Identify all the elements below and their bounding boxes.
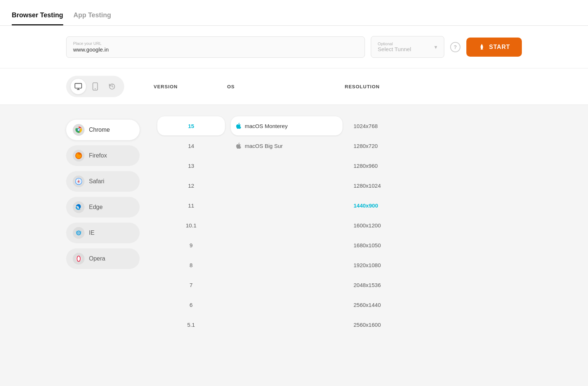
- ie-icon: [73, 227, 85, 239]
- resolution-item-1600x1200[interactable]: 1600x1200: [348, 216, 519, 235]
- ie-label: IE: [89, 230, 94, 236]
- desktop-icon: [74, 82, 82, 91]
- browser-item-ie[interactable]: IE: [66, 223, 140, 243]
- url-input[interactable]: Place your URL www.google.in: [66, 36, 365, 58]
- os-item-macos-big-sur[interactable]: macOS Big Sur: [231, 136, 343, 155]
- version-item-9[interactable]: 9: [157, 236, 225, 255]
- apple-os-icon: [236, 143, 241, 149]
- os-column: macOS Monterey macOS Big Sur: [228, 116, 345, 334]
- history-icon: [108, 83, 116, 90]
- tab-app-testing[interactable]: App Testing: [74, 11, 111, 25]
- version-item-7[interactable]: 7: [157, 275, 225, 294]
- mobile-device-button[interactable]: [87, 79, 103, 94]
- resolution-item-2560x1600[interactable]: 2560x1600: [348, 315, 519, 334]
- edge-browser-icon: [75, 203, 83, 211]
- resolution-item-2560x1440[interactable]: 2560x1440: [348, 295, 519, 314]
- browser-item-chrome[interactable]: Chrome: [66, 120, 140, 140]
- toolbar: Place your URL www.google.in Optional Se…: [0, 26, 588, 68]
- url-label: Place your URL: [73, 41, 358, 46]
- browser-item-safari[interactable]: Safari: [66, 171, 140, 192]
- os-item-macos-monterey[interactable]: macOS Monterey: [231, 116, 343, 135]
- device-row: VERSION OS RESOLUTION: [0, 68, 588, 105]
- svg-point-7: [78, 129, 80, 131]
- os-label: macOS Big Sur: [245, 143, 283, 149]
- svg-rect-1: [75, 84, 82, 88]
- version-item-6[interactable]: 6: [157, 295, 225, 314]
- firefox-browser-icon: [75, 152, 83, 160]
- opera-label: Opera: [89, 255, 105, 262]
- resolution-item-1280x720[interactable]: 1280x720: [348, 136, 519, 155]
- browser-item-opera[interactable]: Opera: [66, 248, 140, 269]
- browser-list: Chrome Firefox Safari Edge IE Opera: [66, 116, 140, 334]
- column-headers: VERSION OS RESOLUTION: [154, 84, 522, 89]
- chevron-down-icon: ▾: [434, 44, 437, 50]
- browser-grid: Chrome Firefox Safari Edge IE Opera 1514…: [66, 116, 522, 334]
- resolution-item-1280x960[interactable]: 1280x960: [348, 156, 519, 175]
- data-columns: 151413121110.198765.1 macOS Monterey mac…: [154, 116, 522, 334]
- tunnel-select[interactable]: Optional Select Tunnel ▾: [371, 36, 444, 58]
- start-label: START: [489, 44, 510, 50]
- svg-point-3: [95, 88, 96, 89]
- nav-bar: Browser Testing App Testing: [0, 0, 588, 26]
- version-item-8[interactable]: 8: [157, 255, 225, 275]
- version-item-14[interactable]: 14: [157, 136, 225, 155]
- version-item-11[interactable]: 11: [157, 196, 225, 215]
- opera-browser-icon: [75, 255, 83, 263]
- tunnel-placeholder: Select Tunnel: [378, 46, 411, 52]
- device-selector: [66, 76, 124, 97]
- browser-item-firefox[interactable]: Firefox: [66, 145, 140, 166]
- safari-icon: [73, 176, 85, 187]
- tab-browser-testing[interactable]: Browser Testing: [12, 11, 63, 25]
- history-button[interactable]: [104, 79, 120, 94]
- safari-label: Safari: [89, 178, 104, 185]
- version-item-12[interactable]: 12: [157, 176, 225, 195]
- apple-os-icon: [236, 123, 241, 129]
- resolution-item-1920x1080[interactable]: 1920x1080: [348, 255, 519, 275]
- desktop-device-button[interactable]: [71, 79, 86, 94]
- edge-icon: [73, 201, 85, 213]
- browser-item-edge[interactable]: Edge: [66, 197, 140, 217]
- version-item-10.1[interactable]: 10.1: [157, 216, 225, 235]
- safari-browser-icon: [75, 177, 83, 185]
- versions-column: 151413121110.198765.1: [154, 116, 228, 334]
- chrome-icon: [73, 124, 85, 136]
- version-item-15[interactable]: 15: [157, 116, 225, 135]
- resolution-column: 1024x7681280x7201280x9601280x10241440x90…: [345, 116, 522, 334]
- start-button[interactable]: START: [466, 38, 522, 57]
- version-item-13[interactable]: 13: [157, 156, 225, 175]
- resolution-item-1440x900[interactable]: 1440x900: [348, 196, 519, 215]
- resolution-column-header: RESOLUTION: [345, 84, 522, 89]
- resolution-item-2048x1536[interactable]: 2048x1536: [348, 275, 519, 294]
- resolution-item-1280x1024[interactable]: 1280x1024: [348, 176, 519, 195]
- svg-point-0: [481, 46, 482, 47]
- resolution-item-1680x1050[interactable]: 1680x1050: [348, 236, 519, 255]
- firefox-icon: [73, 150, 85, 162]
- opera-icon: [73, 253, 85, 265]
- help-icon[interactable]: ?: [450, 42, 460, 52]
- resolution-item-1024x768[interactable]: 1024x768: [348, 116, 519, 135]
- ie-browser-icon: [75, 229, 83, 237]
- version-item-5.1[interactable]: 5.1: [157, 315, 225, 334]
- mobile-icon: [92, 82, 98, 91]
- main-content: Chrome Firefox Safari Edge IE Opera 1514…: [0, 105, 588, 346]
- firefox-label: Firefox: [89, 152, 107, 159]
- os-column-header: OS: [227, 84, 345, 89]
- chrome-browser-icon: [75, 126, 83, 134]
- tunnel-label: Optional: [378, 42, 411, 46]
- url-value: www.google.in: [73, 46, 109, 53]
- edge-label: Edge: [89, 204, 103, 210]
- rocket-icon: [478, 43, 485, 51]
- version-column-header: VERSION: [154, 84, 227, 89]
- chrome-label: Chrome: [89, 127, 110, 133]
- os-label: macOS Monterey: [245, 123, 288, 129]
